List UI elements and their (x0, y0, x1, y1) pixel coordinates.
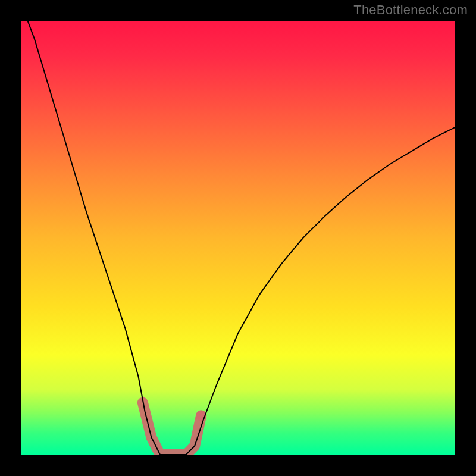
highlight-markers (143, 403, 206, 455)
bottleneck-curve (21, 21, 455, 455)
watermark-label: TheBottleneck.com (353, 2, 468, 18)
plot-area (21, 21, 455, 455)
highlight-path (143, 403, 201, 455)
overlay-svg (21, 21, 455, 455)
chart-container: TheBottleneck.com (0, 0, 476, 476)
